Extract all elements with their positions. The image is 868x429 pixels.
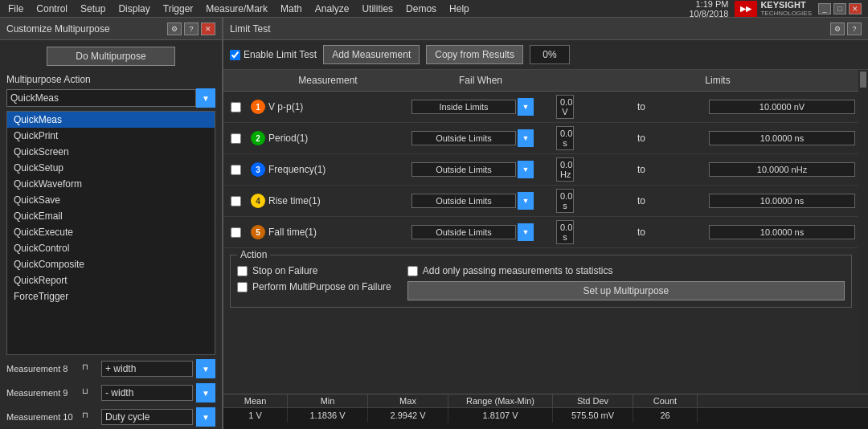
list-item-quickscreen[interactable]: QuickScreen — [7, 144, 215, 160]
scrollbar-thumb[interactable] — [860, 72, 866, 88]
row2-limit-to-input[interactable]: 10.0000 ns — [709, 131, 855, 145]
action-list[interactable]: QuickMeas QuickPrint QuickScreen QuickSe… — [6, 111, 215, 355]
row3-measurement: 3 Frequency(1) — [248, 161, 408, 178]
list-item-quickprint[interactable]: QuickPrint — [7, 128, 215, 144]
row2-fail-when: Outside Limits ▼ — [408, 128, 553, 149]
row4-name: Rise time(1) — [268, 195, 321, 206]
menu-utilities[interactable]: Utilities — [360, 3, 395, 14]
row2-checkbox-cell — [223, 132, 248, 145]
enable-limit-test-checkbox[interactable] — [230, 50, 240, 60]
menu-demos[interactable]: Demos — [404, 3, 438, 14]
row4-limit-from: 0.0 s — [553, 187, 577, 214]
row4-fail-arrow[interactable]: ▼ — [518, 192, 534, 210]
row1-fail-select[interactable]: Inside Limits — [411, 100, 516, 114]
row5-fail-arrow[interactable]: ▼ — [518, 223, 534, 241]
gear-icon[interactable]: ⚙ — [167, 22, 182, 35]
copy-from-results-button[interactable]: Copy from Results — [426, 45, 523, 64]
enable-limit-test-checkbox-row: Enable Limit Test — [230, 49, 317, 60]
measurement8-dropdown-arrow[interactable]: ▼ — [196, 359, 215, 378]
list-item-quickreport[interactable]: QuickReport — [7, 272, 215, 288]
row4-fail-select[interactable]: Outside Limits — [411, 194, 516, 208]
menu-control[interactable]: Control — [35, 3, 69, 14]
row5-to: to — [577, 225, 706, 239]
menu-help[interactable]: Help — [448, 3, 471, 14]
row1-limit-from-input[interactable]: 0.0 V — [556, 95, 574, 119]
measurement10-value[interactable]: Duty cycle — [101, 409, 193, 425]
do-multipurpose-button[interactable]: Do Multipurpose — [47, 47, 175, 66]
right-help-icon[interactable]: ? — [847, 22, 862, 35]
table-scrollbar[interactable] — [858, 70, 868, 394]
measurement10-dropdown-arrow[interactable]: ▼ — [196, 407, 215, 427]
row1-checkbox-cell — [223, 100, 248, 114]
row2-fail-select[interactable]: Outside Limits — [411, 131, 516, 145]
close-button[interactable]: ✕ — [849, 3, 862, 14]
right-panel-title: Limit Test — [230, 23, 270, 35]
row1-fail-select-wrap: Inside Limits ▼ — [411, 98, 550, 116]
setup-multipurpose-button[interactable]: Set up Multipurpose — [407, 281, 845, 300]
minimize-button[interactable]: _ — [818, 3, 831, 14]
menu-trigger[interactable]: Trigger — [162, 3, 195, 14]
menu-setup[interactable]: Setup — [79, 3, 107, 14]
brand-sub: TECHNOLOGIES — [760, 10, 812, 17]
measurement9-dropdown-arrow[interactable]: ▼ — [196, 383, 215, 402]
row4-checkbox[interactable] — [231, 196, 241, 206]
panel-close-icon[interactable]: ✕ — [201, 22, 215, 35]
row2-checkbox[interactable] — [231, 133, 241, 144]
add-only-passing-row: Add only passing measurements to statist… — [407, 265, 845, 276]
date-value: 10/8/2018 — [689, 9, 728, 18]
list-item-quickcomposite[interactable]: QuickComposite — [7, 256, 215, 272]
help-icon[interactable]: ? — [184, 22, 199, 35]
list-item-quickwaveform[interactable]: QuickWaveform — [7, 176, 215, 192]
row3-limit-to-input[interactable]: 10.0000 nHz — [709, 162, 855, 177]
list-item-quickmeas-selected[interactable]: QuickMeas — [7, 112, 215, 128]
row5-limit-to-input[interactable]: 10.0000 ns — [709, 225, 855, 239]
list-item-quickcontrol[interactable]: QuickControl — [7, 240, 215, 256]
list-item-quicksave[interactable]: QuickSave — [7, 192, 215, 208]
action-dropdown[interactable]: QuickMeas — [6, 89, 196, 107]
menu-measure-mark[interactable]: Measure/Mark — [204, 3, 269, 14]
row1-checkbox[interactable] — [231, 102, 241, 112]
measurement10-icon: ⊓ — [82, 411, 98, 423]
stop-on-failure-checkbox[interactable] — [237, 266, 248, 276]
perform-multipurpose-checkbox[interactable] — [237, 282, 248, 292]
menu-math[interactable]: Math — [279, 3, 304, 14]
row1-limit-to-input[interactable]: 10.0000 nV — [709, 100, 855, 114]
add-measurement-button[interactable]: Add Measurement — [323, 45, 420, 64]
stats-max-value: 2.9942 V — [368, 408, 448, 423]
action-col-left: Stop on Failure Perform MultiPurpose on … — [237, 265, 391, 300]
menu-items: File Control Setup Display Trigger Measu… — [6, 3, 471, 14]
menu-analyze[interactable]: Analyze — [313, 3, 351, 14]
maximize-button[interactable]: □ — [833, 3, 846, 14]
row3-fail-when: Outside Limits ▼ — [408, 159, 553, 180]
measurement9-row: Measurement 9 ⊔ - width ▼ — [0, 381, 222, 405]
row4-limit-to-input[interactable]: 10.0000 ns — [709, 194, 855, 208]
list-item-quicksetup[interactable]: QuickSetup — [7, 160, 215, 176]
row3-checkbox[interactable] — [231, 165, 241, 175]
row2-fail-arrow[interactable]: ▼ — [518, 129, 534, 147]
row5-checkbox[interactable] — [231, 227, 241, 238]
add-only-passing-checkbox[interactable] — [407, 266, 418, 276]
measurement8-value[interactable]: + width — [101, 361, 193, 377]
row5-limit-from-input[interactable]: 0.0 s — [556, 220, 574, 244]
list-item-quickemail[interactable]: QuickEmail — [7, 208, 215, 224]
row3-fail-select[interactable]: Outside Limits — [411, 162, 516, 177]
row2-limit-from-input[interactable]: 0.0 s — [556, 126, 574, 150]
col-limits: Limits — [577, 73, 858, 88]
action-dropdown-arrow[interactable]: ▼ — [196, 88, 215, 108]
row3-limit-from-input[interactable]: 0.0 Hz — [556, 157, 574, 182]
right-gear-icon[interactable]: ⚙ — [830, 22, 845, 35]
menu-display[interactable]: Display — [117, 3, 151, 14]
row4-limit-from-input[interactable]: 0.0 s — [556, 189, 574, 213]
list-item-forcetrigger[interactable]: ForceTrigger — [7, 288, 215, 304]
measurement9-value[interactable]: - width — [101, 385, 193, 401]
row5-fail-select[interactable]: Outside Limits — [411, 225, 516, 239]
row3-fail-arrow[interactable]: ▼ — [518, 161, 534, 178]
row1-fail-arrow[interactable]: ▼ — [518, 98, 534, 116]
stats-header: Mean Min Max Range (Max-Min) Std Dev Cou… — [223, 394, 868, 408]
row3-num-badge: 3 — [251, 162, 265, 177]
brand-name: KEYSIGHT — [760, 0, 812, 10]
row5-limit-from: 0.0 s — [553, 219, 577, 246]
menu-file[interactable]: File — [6, 3, 25, 14]
list-item-quickexecute[interactable]: QuickExecute — [7, 224, 215, 240]
measurement9-label: Measurement 9 — [6, 388, 79, 398]
